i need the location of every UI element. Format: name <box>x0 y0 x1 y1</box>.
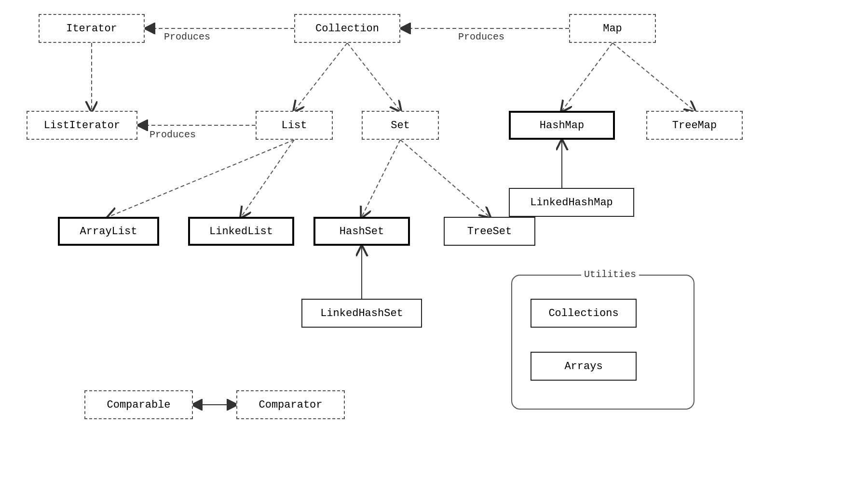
diagram-svg: Collection (Produces): dashed line, fill… <box>0 0 844 504</box>
node-list: List <box>256 111 333 140</box>
produces-label-1: Produces <box>164 31 210 42</box>
collection-label: Collection <box>315 23 379 35</box>
node-collection: Collection <box>294 14 400 43</box>
produces-label-2: Produces <box>458 31 504 42</box>
node-iterator: Iterator <box>39 14 145 43</box>
node-set: Set <box>362 111 439 140</box>
comparable-label: Comparable <box>107 399 170 411</box>
comparator-label: Comparator <box>259 399 322 411</box>
utilities-label: Utilities <box>581 269 639 280</box>
svg-line-4 <box>347 43 400 111</box>
node-comparable: Comparable <box>84 390 193 419</box>
node-collections: Collections <box>531 299 637 328</box>
node-treeset: TreeSet <box>444 217 535 246</box>
diagram-container: Collection (Produces): dashed line, fill… <box>0 0 844 504</box>
node-arraylist: ArrayList <box>58 217 159 246</box>
node-treemap: TreeMap <box>646 111 743 140</box>
svg-line-10 <box>362 140 400 217</box>
node-utilities-box <box>511 275 694 410</box>
treeset-label: TreeSet <box>467 225 512 238</box>
node-linkedhashset: LinkedHashSet <box>301 299 422 328</box>
treemap-label: TreeMap <box>672 119 717 132</box>
svg-line-9 <box>241 140 294 217</box>
node-comparator: Comparator <box>236 390 345 419</box>
hashmap-label: HashMap <box>540 119 584 132</box>
svg-line-11 <box>400 140 490 217</box>
iterator-label: Iterator <box>66 23 117 35</box>
svg-line-8 <box>109 140 294 217</box>
node-map: Map <box>569 14 656 43</box>
node-hashset: HashSet <box>313 217 410 246</box>
svg-line-3 <box>294 43 347 111</box>
produces-label-3: Produces <box>150 129 196 140</box>
linkedlist-label: LinkedList <box>209 225 273 238</box>
linkedhashset-label: LinkedHashSet <box>320 307 403 319</box>
linkedhashmap-label: LinkedHashMap <box>530 197 613 209</box>
hashset-label: HashSet <box>340 225 384 238</box>
node-hashmap: HashMap <box>509 111 615 140</box>
list-label: List <box>282 119 307 132</box>
node-linkedhashmap: LinkedHashMap <box>509 188 634 217</box>
node-linkedlist: LinkedList <box>188 217 294 246</box>
arraylist-label: ArrayList <box>80 225 137 238</box>
arrays-label: Arrays <box>564 360 602 372</box>
svg-line-5 <box>562 43 613 111</box>
svg-line-6 <box>613 43 694 111</box>
listiterator-label: ListIterator <box>44 119 120 132</box>
collections-label: Collections <box>548 307 618 319</box>
set-label: Set <box>391 119 410 132</box>
node-arrays: Arrays <box>531 352 637 381</box>
map-label: Map <box>603 23 622 35</box>
node-listiterator: ListIterator <box>27 111 137 140</box>
